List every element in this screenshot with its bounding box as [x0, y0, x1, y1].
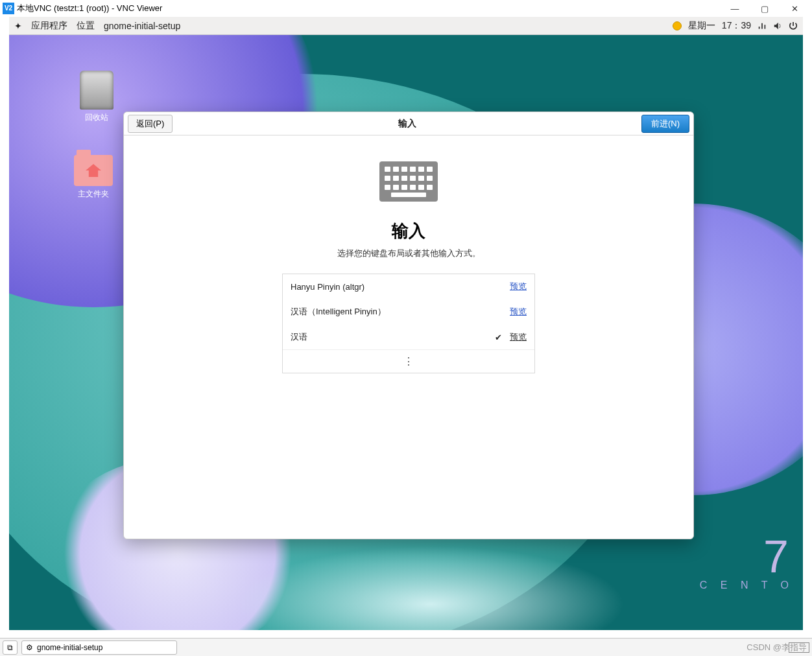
- input-option[interactable]: Hanyu Pinyin (altgr) 预览: [283, 274, 534, 299]
- dialog-titlebar: 返回(P) 输入 前进(N): [124, 112, 693, 135]
- vnc-window-titlebar: V2 本地VNC (testzt:1 (root)) - VNC Viewer …: [0, 0, 812, 17]
- option-label: 汉语: [291, 331, 493, 343]
- taskbar-app-icon: ⚙: [26, 643, 33, 652]
- check-icon: ✔: [493, 333, 503, 342]
- taskbar-app-label: gnome-initial-setup: [37, 643, 102, 652]
- notification-dot-icon[interactable]: [673, 21, 682, 30]
- centos-logo: 7 C E N T O: [700, 534, 794, 591]
- initial-setup-dialog: 返回(P) 输入 前进(N) 输入 选择您的键盘布局或者其他输入方式。 Hany…: [123, 111, 694, 539]
- close-button[interactable]: ✕: [780, 0, 809, 17]
- option-label: 汉语（Intelligent Pinyin）: [291, 306, 493, 318]
- home-folder-icon: [74, 155, 113, 186]
- option-label: Hanyu Pinyin (altgr): [291, 282, 493, 292]
- trash-label: 回收站: [74, 112, 119, 123]
- vnc-bottom-bar: ⧉ ⚙ gnome-initial-setup: [0, 638, 812, 656]
- desktop-home-icon[interactable]: 主文件夹: [71, 155, 116, 200]
- gnome-active-app[interactable]: gnome-initial-setup: [104, 21, 180, 31]
- taskbar-app-button[interactable]: ⚙ gnome-initial-setup: [21, 640, 177, 655]
- gnome-top-bar: ✦ 应用程序 位置 gnome-initial-setup 星期一 17：39: [9, 17, 803, 35]
- trash-icon: [80, 71, 113, 110]
- back-button[interactable]: 返回(P): [128, 115, 173, 133]
- desktop-trash-icon[interactable]: 回收站: [74, 71, 119, 123]
- preview-link[interactable]: 预览: [510, 306, 527, 318]
- watermark: CSDN @李指导: [746, 642, 807, 653]
- vnc-window-title: 本地VNC (testzt:1 (root)) - VNC Viewer: [17, 3, 162, 14]
- input-option[interactable]: 汉语 ✔ 预览: [283, 324, 534, 349]
- centos-label: C E N T O: [700, 580, 794, 591]
- more-options-button[interactable]: ⋮: [283, 349, 534, 373]
- show-desktop-button[interactable]: ⧉: [3, 640, 18, 655]
- input-options-list: Hanyu Pinyin (altgr) 预览 汉语（Intelligent P…: [282, 274, 535, 373]
- minimize-button[interactable]: —: [720, 0, 750, 17]
- gnome-apps-menu[interactable]: 应用程序: [31, 20, 67, 32]
- preview-link[interactable]: 预览: [510, 331, 527, 343]
- clock-time: 17：39: [722, 20, 751, 32]
- input-option[interactable]: 汉语（Intelligent Pinyin） 预览: [283, 299, 534, 324]
- volume-icon[interactable]: [773, 21, 782, 30]
- dialog-title: 输入: [173, 118, 641, 130]
- gnome-places-menu[interactable]: 位置: [77, 20, 95, 32]
- vnc-logo-icon: V2: [3, 3, 14, 14]
- maximize-button[interactable]: ▢: [750, 0, 780, 17]
- keyboard-icon: [379, 161, 438, 202]
- next-button[interactable]: 前进(N): [641, 115, 689, 133]
- home-label: 主文件夹: [71, 189, 116, 200]
- preview-link[interactable]: 预览: [510, 281, 527, 292]
- dialog-subtitle: 选择您的键盘布局或者其他输入方式。: [124, 248, 693, 259]
- gnome-apps-icon: ✦: [14, 21, 22, 31]
- centos-version: 7: [700, 534, 794, 580]
- dialog-body: 输入 选择您的键盘布局或者其他输入方式。 Hanyu Pinyin (altgr…: [124, 135, 693, 373]
- network-icon[interactable]: [758, 21, 767, 30]
- desktop-wallpaper: 7 C E N T O 回收站 主文件夹 返回(P) 输入 前进(N): [9, 35, 803, 630]
- vnc-desktop-canvas: ✦ 应用程序 位置 gnome-initial-setup 星期一 17：39 …: [9, 17, 803, 630]
- dialog-heading: 输入: [124, 220, 693, 242]
- power-icon[interactable]: [789, 21, 798, 30]
- clock-day: 星期一: [688, 20, 715, 32]
